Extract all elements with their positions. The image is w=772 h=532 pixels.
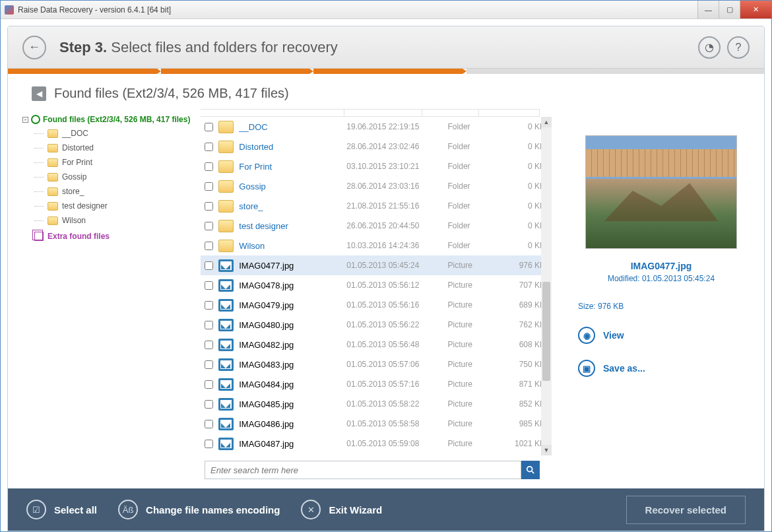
file-row[interactable]: IMAG0487.jpg01.05.2013 05:59:08Picture10… [201,434,552,453]
view-button[interactable]: ◉ View [578,327,744,344]
file-row[interactable]: Wilson10.03.2016 14:24:36Folder0 KB [201,236,552,255]
help-icon[interactable]: ? [727,36,750,59]
file-row[interactable]: IMAG0479.jpg01.05.2013 05:56:16Picture68… [201,295,552,315]
breadcrumb-back-icon[interactable]: ◀ [32,86,46,101]
folder-icon [48,216,58,225]
image-icon [218,398,234,411]
folder-icon [218,141,234,153]
tree-item[interactable]: __DOC [34,126,201,141]
image-icon [218,339,234,351]
row-checkbox[interactable] [205,182,213,191]
folder-icon [48,173,58,182]
tree-item[interactable]: store_ [34,184,201,199]
file-date: 10.03.2016 14:24:36 [346,241,442,250]
image-icon [218,319,234,331]
file-row[interactable]: IMAG0486.jpg01.05.2013 05:58:58Picture98… [201,414,552,434]
preview-size: Size: 976 KB [578,302,744,311]
file-name: Gossip [239,182,341,191]
folder-icon [48,187,58,196]
preview-image [585,135,737,249]
tree-root[interactable]: - Found files (Ext2/3/4, 526 MB, 417 fil… [22,113,201,126]
row-checkbox[interactable] [205,341,213,349]
file-name: IMAG0486.jpg [239,419,341,429]
tree-item[interactable]: test designer [34,199,201,213]
file-row[interactable]: IMAG0484.jpg01.05.2013 05:57:16Picture87… [201,374,552,394]
file-size: 689 KB [504,300,545,310]
file-row[interactable]: Distorted28.06.2014 23:02:46Folder0 KB [201,137,552,156]
footer-bar: ☑ Select all Äß Change file names encodi… [8,488,764,531]
file-date: 01.05.2013 05:56:48 [346,340,442,349]
extra-found-files[interactable]: Extra found files [22,228,201,244]
file-row[interactable]: store_21.08.2015 21:55:16Folder0 KB [201,196,552,216]
file-row[interactable]: IMAG0488.jpg01.05.2013 05:59:28Picture82… [201,453,552,455]
scroll-thumb[interactable] [542,282,550,381]
close-button[interactable]: ✕ [740,1,771,18]
file-size: 985 KB [504,419,545,428]
file-type: Picture [448,439,499,448]
row-checkbox[interactable] [205,222,213,230]
exit-wizard-button[interactable]: ✕ Exit Wizard [301,500,382,519]
file-name: IMAG0482.jpg [239,340,341,350]
scrollbar[interactable]: ▲ ▼ [541,117,552,455]
file-type: Picture [448,399,499,409]
row-checkbox[interactable] [205,440,213,448]
row-checkbox[interactable] [205,261,213,270]
row-checkbox[interactable] [205,301,213,310]
image-icon [218,418,234,430]
back-button[interactable]: ← [22,36,46,59]
file-date: 01.05.2013 05:57:16 [346,380,442,389]
save-icon: ▣ [578,360,595,377]
file-row[interactable]: IMAG0478.jpg01.05.2013 05:56:12Picture70… [201,275,552,295]
row-checkbox[interactable] [205,281,213,290]
file-row[interactable]: IMAG0480.jpg01.05.2013 05:56:22Picture76… [201,315,552,335]
file-row[interactable]: IMAG0485.jpg01.05.2013 05:58:22Picture85… [201,394,552,414]
file-row[interactable]: IMAG0483.jpg01.05.2013 05:57:06Picture75… [201,354,552,374]
row-checkbox[interactable] [205,321,213,329]
folder-icon [218,160,234,173]
file-date: 01.05.2013 05:56:22 [346,320,442,329]
file-name: __DOC [239,122,341,132]
file-name: IMAG0487.jpg [239,439,341,449]
file-size: 0 KB [504,182,545,191]
search-button[interactable] [521,461,540,479]
file-size: 0 KB [504,221,545,230]
row-checkbox[interactable] [205,143,213,151]
file-row[interactable]: test designer26.06.2015 20:44:50Folder0 … [201,216,552,236]
file-row[interactable]: IMAG0477.jpg01.05.2013 05:45:24Picture97… [201,255,552,275]
file-type: Picture [448,281,499,290]
row-checkbox[interactable] [205,162,213,171]
row-checkbox[interactable] [205,242,213,250]
step-title: Step 3. Select files and folders for rec… [59,39,338,56]
tree-item[interactable]: Gossip [34,170,201,184]
scroll-down-icon[interactable]: ▼ [541,445,552,455]
change-encoding-button[interactable]: Äß Change file names encoding [118,500,280,519]
file-row[interactable]: For Print03.10.2015 23:10:21Folder0 KB [201,156,552,176]
row-checkbox[interactable] [205,202,213,211]
tree-item[interactable]: Wilson [34,213,201,228]
file-row[interactable]: __DOC19.06.2015 22:19:15Folder0 KB [201,117,552,137]
folder-icon [218,180,234,193]
select-all-button[interactable]: ☑ Select all [26,500,97,519]
file-row[interactable]: IMAG0482.jpg01.05.2013 05:56:48Picture60… [201,335,552,354]
extra-files-icon [34,232,44,241]
svg-line-1 [532,471,534,474]
scroll-up-icon[interactable]: ▲ [541,117,552,127]
save-as-button[interactable]: ▣ Save as... [578,360,744,377]
window-titlebar: Raise Data Recovery - version 6.4.1 [64 … [1,1,771,19]
search-input[interactable] [205,461,521,479]
file-row[interactable]: Gossip28.06.2014 23:03:16Folder0 KB [201,176,552,196]
row-checkbox[interactable] [205,123,213,131]
collapse-icon[interactable]: - [22,117,28,123]
maximize-button[interactable]: ▢ [719,1,740,18]
tree-item[interactable]: Distorted [34,141,201,155]
minimize-button[interactable]: — [697,1,719,18]
user-icon[interactable]: ◔ [698,36,721,59]
preview-modified: Modified: 01.05.2013 05:45:24 [578,274,744,283]
row-checkbox[interactable] [205,400,213,409]
row-checkbox[interactable] [205,380,213,389]
file-name: test designer [239,221,341,231]
tree-item[interactable]: For Print [34,155,201,170]
recover-selected-button[interactable]: Recover selected [626,496,746,524]
row-checkbox[interactable] [205,420,213,428]
row-checkbox[interactable] [205,360,213,369]
